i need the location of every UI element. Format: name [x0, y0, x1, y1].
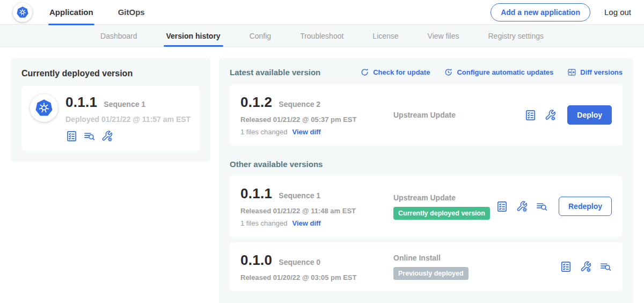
- configure-updates-link[interactable]: Configure automatic updates: [444, 68, 553, 77]
- currently-deployed-badge: Currently deployed version: [393, 207, 490, 220]
- subnav-tab-version-history[interactable]: Version history: [152, 25, 235, 47]
- files-changed-label: 1 files changed: [240, 128, 287, 136]
- released-date: Released 01/20/22 @ 03:05 pm EST: [240, 273, 393, 282]
- checklist-icon[interactable]: [560, 261, 572, 273]
- redeploy-button[interactable]: Redeploy: [559, 197, 612, 216]
- version-source-label: Online Install: [393, 254, 560, 262]
- files-changed-label: 1 files changed: [240, 219, 287, 227]
- currently-deployed-panel: Currently deployed version 0.1.1 Sequenc…: [11, 58, 210, 162]
- version-row-0-1-1: 0.1.1 Sequence 1 Released 01/21/22 @ 11:…: [230, 176, 623, 237]
- logout-button[interactable]: Log out: [604, 8, 631, 17]
- checklist-icon[interactable]: [496, 200, 508, 213]
- subnav-tab-registry-settings[interactable]: Registry settings: [474, 25, 558, 47]
- configure-updates-label: Configure automatic updates: [457, 68, 553, 76]
- wrench-gear-icon[interactable]: [101, 130, 113, 142]
- version-history-panel: Latest available version Check for updat…: [219, 58, 633, 303]
- sequence-label: Sequence 2: [279, 100, 320, 109]
- logs-search-icon[interactable]: [536, 200, 548, 213]
- main-content: Currently deployed version 0.1.1 Sequenc…: [0, 47, 644, 303]
- previously-deployed-badge: Previously deployed: [393, 267, 469, 280]
- sequence-label: Sequence 0: [279, 258, 320, 266]
- other-versions-header: Other available versions: [230, 160, 623, 169]
- refresh-icon: [360, 68, 369, 77]
- navbar-right: Add a new application Log out: [491, 3, 631, 21]
- wrench-gear-icon[interactable]: [544, 109, 557, 121]
- version-source-label: Upstream Update: [393, 193, 496, 202]
- latest-version-header: Latest available version: [230, 68, 320, 77]
- version-row-0-1-2: 0.1.2 Sequence 2 Released 01/21/22 @ 05:…: [230, 84, 623, 146]
- diff-versions-link[interactable]: Diff versions: [567, 68, 623, 77]
- subnav-tab-dashboard[interactable]: Dashboard: [86, 25, 152, 47]
- nav-tab-application[interactable]: Application: [48, 0, 94, 25]
- subnav-tab-license[interactable]: License: [358, 25, 413, 47]
- subnav-tab-view-files[interactable]: View files: [413, 25, 474, 47]
- diff-versions-label: Diff versions: [580, 68, 623, 76]
- version-source-label: Upstream Update: [393, 111, 524, 119]
- app-subnav: Dashboard Version history Config Trouble…: [0, 25, 644, 47]
- sequence-label: Sequence 1: [279, 191, 320, 200]
- released-date: Released 01/21/22 @ 05:37 pm EST: [240, 116, 393, 124]
- deployed-version-card: 0.1.1 Sequence 1 Deployed 01/21/22 @ 11:…: [21, 86, 200, 151]
- version-number: 0.1.0: [240, 252, 272, 269]
- check-for-update-label: Check for update: [373, 68, 430, 76]
- view-diff-link[interactable]: View diff: [292, 128, 320, 136]
- deployed-date: Deployed 01/21/22 @ 11:57 am EST: [65, 115, 191, 124]
- add-application-button[interactable]: Add a new application: [491, 3, 590, 21]
- subnav-tab-config[interactable]: Config: [235, 25, 286, 47]
- diff-icon: [567, 68, 576, 77]
- wrench-gear-icon[interactable]: [580, 261, 592, 273]
- check-for-update-link[interactable]: Check for update: [360, 68, 430, 77]
- version-number: 0.1.2: [240, 94, 272, 111]
- checklist-icon[interactable]: [524, 109, 537, 121]
- kubernetes-logo-icon: [13, 3, 32, 22]
- subnav-tab-troubleshoot[interactable]: Troubleshoot: [286, 25, 358, 47]
- version-number: 0.1.1: [240, 185, 272, 202]
- wrench-gear-icon[interactable]: [516, 200, 528, 213]
- clock-refresh-icon: [444, 68, 453, 77]
- checklist-icon[interactable]: [65, 130, 78, 142]
- logs-search-icon[interactable]: [599, 261, 612, 273]
- version-row-0-1-0: 0.1.0 Sequence 0 Released 01/20/22 @ 03:…: [230, 242, 623, 291]
- logs-search-icon[interactable]: [83, 130, 96, 142]
- deployed-panel-title: Currently deployed version: [21, 69, 200, 78]
- deploy-button[interactable]: Deploy: [567, 105, 612, 125]
- kubernetes-app-icon: [30, 94, 58, 122]
- released-date: Released 01/21/22 @ 11:48 am EST: [240, 207, 393, 215]
- deployed-version-number: 0.1.1: [65, 94, 97, 111]
- nav-tab-gitops[interactable]: GitOps: [117, 0, 146, 25]
- deployed-sequence-label: Sequence 1: [104, 100, 145, 109]
- top-navbar: Application GitOps Add a new application…: [0, 0, 644, 25]
- view-diff-link[interactable]: View diff: [292, 219, 320, 227]
